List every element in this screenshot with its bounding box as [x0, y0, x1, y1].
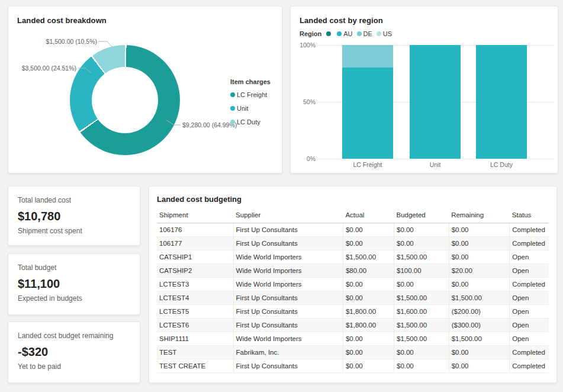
bar-segment-de[interactable]: [342, 45, 393, 68]
kpi-title: Landed cost budget remaining: [18, 332, 130, 340]
table-row[interactable]: CATSHIP2 Wide World Importers $80.00 $10…: [157, 264, 549, 278]
legend-item-us[interactable]: US: [377, 30, 392, 37]
legend-dot-de-icon: [357, 31, 362, 36]
kpi-total-landed-cost[interactable]: Total landed cost $10,780 Shipment cost …: [8, 186, 140, 246]
bar-lc-duty[interactable]: [476, 45, 527, 159]
column-header-actual[interactable]: Actual: [343, 209, 394, 223]
table-row[interactable]: CATSHIP1 Wide World Importers $1,500.00 …: [157, 250, 549, 264]
cell-supplier: First Up Consultants: [233, 291, 343, 305]
cell-status: Open: [510, 305, 549, 319]
cell-status: Open: [510, 291, 549, 305]
cell-budgeted: $0.00: [394, 237, 449, 250]
table-row[interactable]: LCTEST3 Wide World Importers $0.00 $0.00…: [157, 278, 549, 291]
cell-status: Open: [510, 332, 549, 346]
card-title-region: Landed cost by region: [300, 16, 383, 25]
cell-supplier: Wide World Importers: [233, 278, 343, 291]
landed-cost-by-region-card: Landed cost by region Region AU DE US 10…: [290, 6, 558, 173]
kpi-value: $11,100: [18, 277, 130, 291]
landed-cost-budgeting-card: Landed cost budgeting Shipment Supplier …: [149, 186, 557, 383]
column-header-budgeted[interactable]: Budgeted: [394, 209, 449, 223]
card-title-breakdown: Landed cost breakdown: [17, 16, 107, 25]
kpi-total-budget[interactable]: Total budget $11,100 Expected in budgets: [8, 253, 140, 315]
cell-status: Completed: [510, 278, 549, 291]
cell-budgeted: $1,600.00: [394, 305, 449, 319]
legend-item-lc-duty[interactable]: LC Duty: [230, 118, 271, 126]
bar-unit[interactable]: [410, 45, 461, 159]
y-tick-50: 50%: [293, 98, 316, 105]
legend-label: AU: [343, 30, 352, 37]
kpi-title: Total landed cost: [18, 196, 130, 204]
cell-actual: $0.00: [343, 346, 394, 359]
cell-budgeted: $1,500.00: [394, 332, 449, 346]
legend-dot-lc-freight-icon: [230, 92, 235, 97]
region-legend-title: Region: [300, 30, 321, 37]
cell-shipment: LCTEST6: [157, 319, 233, 332]
legend-dot-unit-icon: [230, 106, 235, 111]
x-tick-lc-freight: LC Freight: [332, 161, 403, 168]
table-row[interactable]: SHIP1111 Wide World Importers $0.00 $1,5…: [157, 332, 549, 346]
cell-supplier: First Up Consultants: [233, 319, 343, 332]
cell-remaining: $0.00: [449, 237, 510, 250]
kpi-value: $10,780: [18, 210, 130, 223]
cell-status: Open: [510, 264, 549, 278]
cell-budgeted: $0.00: [394, 359, 449, 373]
cell-status: Completed: [510, 346, 549, 359]
bar-lc-freight[interactable]: [342, 45, 393, 159]
x-tick-lc-duty: LC Duty: [466, 161, 537, 168]
donut-hole: [92, 67, 158, 133]
cell-remaining: ($200.00): [449, 305, 510, 319]
column-header-status[interactable]: Status: [510, 209, 549, 223]
table-row[interactable]: TEST CREATE First Up Consultants $0.00 $…: [157, 359, 549, 373]
axis-line-0: [317, 159, 554, 159]
cell-supplier: First Up Consultants: [233, 223, 343, 237]
bar-segment-au[interactable]: [342, 68, 393, 159]
cell-status: Open: [510, 319, 549, 332]
legend-item-de[interactable]: DE: [357, 30, 372, 37]
cell-actual: $0.00: [343, 332, 394, 346]
cell-remaining: $0.00: [449, 278, 510, 291]
legend-item-lc-freight[interactable]: LC Freight: [230, 91, 271, 98]
cell-remaining: $20.00: [449, 264, 510, 278]
kpi-budget-remaining[interactable]: Landed cost budget remaining -$320 Yet t…: [8, 322, 140, 383]
column-header-supplier[interactable]: Supplier: [233, 209, 343, 223]
bar-segment-au[interactable]: [410, 45, 461, 159]
legend-item-unit[interactable]: Unit: [230, 105, 271, 112]
cell-budgeted: $100.00: [394, 264, 449, 278]
table-row[interactable]: 106176 First Up Consultants $0.00 $0.00 …: [157, 223, 549, 237]
y-tick-100: 100%: [293, 41, 316, 49]
legend-label: DE: [363, 30, 372, 37]
cell-supplier: First Up Consultants: [233, 237, 343, 250]
table-row[interactable]: LCTEST6 First Up Consultants $1,800.00 $…: [157, 319, 549, 332]
cell-shipment: LCTEST5: [157, 305, 233, 319]
y-tick-0: 0%: [293, 155, 316, 162]
table-row[interactable]: TEST Fabrikam, Inc. $0.00 $0.00 $0.00 Co…: [157, 346, 549, 359]
column-header-shipment[interactable]: Shipment: [157, 209, 233, 223]
column-header-remaining[interactable]: Remaining: [449, 209, 510, 223]
cell-remaining: $0.00: [449, 250, 510, 264]
bar-segment-au[interactable]: [476, 45, 527, 159]
table-header-row: Shipment Supplier Actual Budgeted Remain…: [157, 209, 549, 223]
cell-actual: $1,800.00: [343, 305, 394, 319]
cell-budgeted: $1,500.00: [394, 319, 449, 332]
cell-actual: $0.00: [343, 359, 394, 373]
table-row[interactable]: 106177 First Up Consultants $0.00 $0.00 …: [157, 237, 549, 250]
cell-supplier: Fabrikam, Inc.: [233, 346, 343, 359]
slice-label-lc-freight: $9,280.00 (64.99%): [182, 121, 237, 128]
cell-budgeted: $0.00: [394, 346, 449, 359]
cell-supplier: Wide World Importers: [233, 332, 343, 346]
cell-shipment: LCTEST4: [157, 291, 233, 305]
table-row[interactable]: LCTEST4 First Up Consultants $0.00 $1,50…: [157, 291, 549, 305]
table-row[interactable]: LCTEST5 First Up Consultants $1,800.00 $…: [157, 305, 549, 319]
cell-shipment: 106177: [157, 237, 233, 250]
legend-dot-au-icon: [337, 31, 342, 36]
cell-shipment: CATSHIP2: [157, 264, 233, 278]
cell-status: Completed: [510, 223, 549, 237]
donut-legend-title: Item charges: [230, 78, 271, 85]
cell-remaining: $0.00: [449, 346, 510, 359]
slice-label-unit: $3,500.00 (24.51%): [8, 65, 76, 72]
legend-item-au[interactable]: AU: [337, 30, 352, 37]
legend-label: LC Freight: [237, 91, 267, 98]
kpi-subtitle: Shipment cost spent: [18, 227, 130, 235]
legend-item-blank[interactable]: [326, 31, 333, 36]
cell-shipment: CATSHIP1: [157, 250, 233, 264]
